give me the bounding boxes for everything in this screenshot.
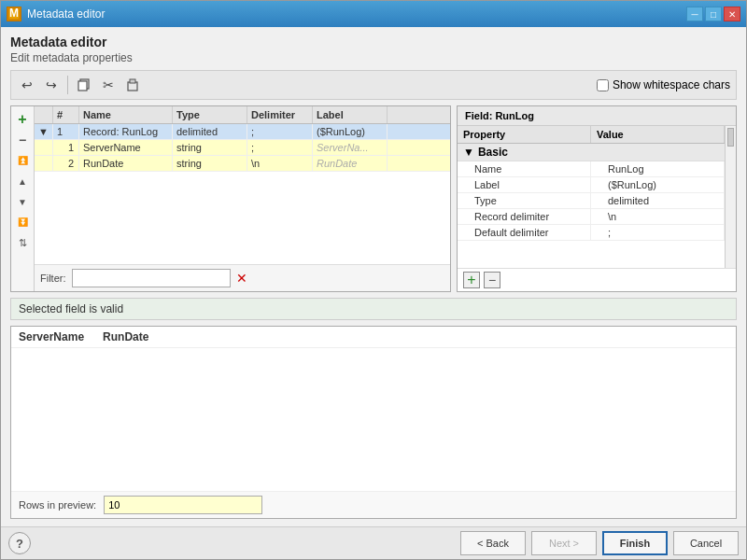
prop-row[interactable]: Default delimiter ;	[458, 225, 725, 241]
window-title: Metadata editor	[27, 7, 105, 21]
left-panel-container: + − ⏫ ▲ ▼ ⏬ ⇅ # Name Type	[10, 105, 451, 292]
title-bar-left: M Metadata editor	[7, 7, 105, 21]
close-button[interactable]: ✕	[724, 7, 740, 21]
footer-left: ?	[8, 532, 31, 554]
prop-group-icon: ▼	[463, 146, 474, 159]
prop-value: ;	[591, 225, 725, 240]
grid-col-icon	[35, 106, 53, 123]
move-down-button[interactable]: ▼	[13, 192, 32, 211]
show-whitespace-checkbox[interactable]	[597, 79, 609, 91]
cancel-button[interactable]: Cancel	[673, 531, 739, 555]
add-field-button[interactable]: +	[13, 110, 32, 129]
move-up-button[interactable]: ▲	[13, 172, 32, 190]
table-row[interactable]: ▼ 1 Record: RunLog delimited ; ($RunLog)	[35, 124, 450, 140]
svg-rect-3	[78, 81, 87, 91]
move-up-top-button[interactable]: ⏫	[13, 151, 32, 170]
finish-button[interactable]: Finish	[602, 531, 668, 555]
prop-name: Name	[458, 161, 591, 176]
prop-remove-button[interactable]: −	[484, 272, 500, 288]
toolbar-left: ↩ ↪ ✂	[17, 75, 143, 95]
prop-row[interactable]: Record delimiter \n	[458, 209, 725, 225]
help-button[interactable]: ?	[8, 532, 31, 554]
main-area: + − ⏫ ▲ ▼ ⏬ ⇅ # Name Type	[10, 105, 737, 292]
status-message: Selected field is valid	[19, 302, 123, 315]
row-name: ServerName	[79, 140, 173, 155]
preview-col-rundate: RunDate	[103, 330, 148, 343]
scrollbar[interactable]	[725, 126, 736, 268]
main-window: M Metadata editor ─ □ ✕ Metadata editor …	[0, 0, 747, 560]
rows-preview-input[interactable]	[104, 496, 262, 514]
footer-right: < Back Next > Finish Cancel	[460, 531, 739, 555]
row-expand-icon: ▼	[35, 124, 53, 139]
footer: ? < Back Next > Finish Cancel	[1, 526, 746, 559]
table-row[interactable]: 2 RunDate string \n RunDate	[35, 156, 450, 172]
grid-col-delimiter: Delimiter	[247, 106, 313, 123]
prop-value: ($RunLog)	[591, 177, 725, 192]
prop-value: delimited	[591, 193, 725, 208]
left-panel-inner: + − ⏫ ▲ ▼ ⏬ ⇅ # Name Type	[11, 106, 450, 291]
row-num: 1	[53, 124, 79, 139]
row-expand-icon	[35, 140, 53, 155]
right-bottom-toolbar: + −	[458, 268, 736, 291]
app-icon: M	[7, 7, 21, 21]
grid-col-num: #	[53, 106, 79, 123]
minimize-button[interactable]: ─	[686, 7, 703, 21]
prop-group-basic: ▼ Basic	[458, 144, 725, 161]
svg-rect-5	[130, 79, 135, 83]
prop-add-button[interactable]: +	[463, 272, 480, 288]
prop-row[interactable]: Name RunLog	[458, 161, 725, 177]
show-whitespace-label[interactable]: Show whitespace chars	[597, 78, 730, 91]
row-expand-icon	[35, 156, 53, 171]
row-num: 1	[53, 140, 79, 155]
row-delimiter: \n	[247, 156, 313, 171]
svg-text:M: M	[9, 7, 19, 20]
redo-button[interactable]: ↪	[41, 75, 62, 95]
row-label: RunDate	[313, 156, 388, 171]
sort-button[interactable]: ⇅	[13, 233, 32, 252]
grid-col-type: Type	[173, 106, 247, 123]
right-panel: Field: RunLog Property Value ▼ Basic Nam…	[457, 105, 737, 292]
filter-bar: Filter: ✕	[35, 264, 450, 291]
table-row[interactable]: 1 ServerName string ; ServerNa...	[35, 140, 450, 156]
move-down-bottom-button[interactable]: ⏬	[13, 213, 32, 231]
header: Metadata editor Edit metadata properties	[10, 35, 737, 64]
prop-name: Type	[458, 193, 591, 208]
prop-col-name: Property	[458, 126, 591, 143]
row-name: RunDate	[79, 156, 173, 171]
paste-button[interactable]	[122, 75, 143, 95]
filter-input[interactable]	[72, 269, 231, 287]
back-button[interactable]: < Back	[460, 531, 526, 555]
toolbar-right: Show whitespace chars	[597, 78, 730, 91]
row-type: delimited	[173, 124, 247, 139]
window-controls: ─ □ ✕	[686, 7, 740, 21]
title-bar: M Metadata editor ─ □ ✕	[1, 1, 746, 27]
prop-panel: Property Value ▼ Basic Name RunLog Lab	[458, 126, 736, 268]
prop-value: \n	[591, 209, 725, 224]
property-grid: Property Value ▼ Basic Name RunLog Lab	[458, 126, 725, 268]
rows-preview-label: Rows in preview:	[19, 499, 96, 511]
preview-body	[11, 348, 736, 491]
prop-name: Default delimiter	[458, 225, 591, 240]
prop-name: Record delimiter	[458, 209, 591, 224]
page-subtitle: Edit metadata properties	[10, 51, 737, 64]
row-type: string	[173, 156, 247, 171]
grid-header: # Name Type Delimiter Label	[35, 106, 450, 124]
next-button[interactable]: Next >	[531, 531, 597, 555]
toolbar: ↩ ↪ ✂ Show whitespace chars	[10, 70, 737, 100]
prop-row[interactable]: Label ($RunLog)	[458, 177, 725, 193]
left-side-buttons: + − ⏫ ▲ ▼ ⏬ ⇅	[11, 106, 35, 291]
prop-row[interactable]: Type delimited	[458, 193, 725, 209]
main-content: Metadata editor Edit metadata properties…	[1, 27, 746, 526]
cut-button[interactable]: ✂	[98, 75, 119, 95]
prop-grid-header: Property Value	[458, 126, 725, 144]
copy-button[interactable]	[74, 75, 94, 95]
remove-field-button[interactable]: −	[13, 131, 32, 149]
row-num: 2	[53, 156, 79, 171]
grid: # Name Type Delimiter Label ▼ 1 Record:	[35, 106, 450, 291]
maximize-button[interactable]: □	[705, 7, 722, 21]
preview-header: ServerName RunDate	[11, 327, 736, 348]
filter-clear-button[interactable]: ✕	[236, 272, 247, 285]
row-delimiter: ;	[247, 124, 313, 139]
undo-button[interactable]: ↩	[17, 75, 37, 95]
grid-col-name: Name	[79, 106, 173, 123]
